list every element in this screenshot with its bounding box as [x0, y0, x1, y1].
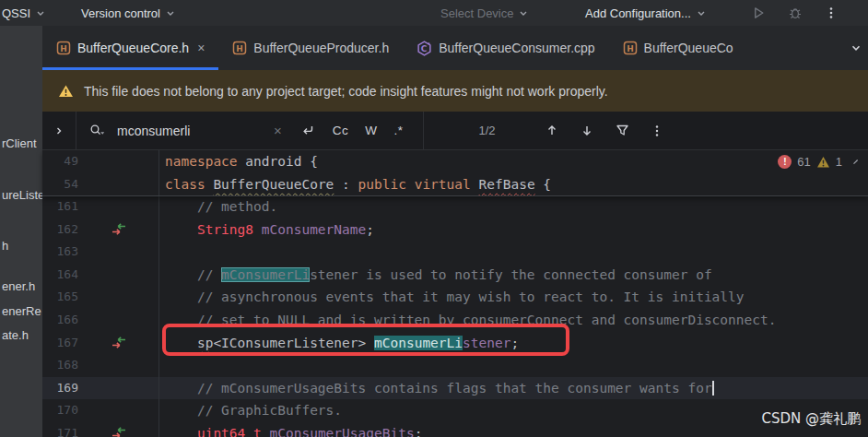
code-line-170[interactable]: 170 // GraphicBuffers. [42, 399, 868, 422]
device-selector[interactable]: Select Device [440, 6, 529, 20]
warning-count: 1 [836, 155, 842, 169]
bug-icon [788, 6, 803, 20]
project-target-warning-banner: This file does not belong to any project… [42, 70, 868, 112]
gutter [78, 173, 158, 196]
next-occurrence-button[interactable] [581, 124, 593, 137]
line-number: 170 [42, 399, 78, 422]
code-line-162[interactable]: 162 String8 mConsumerName; [42, 218, 868, 242]
gutter [78, 241, 158, 264]
code-line-54[interactable]: 54class BufferQueueCore : public virtual… [42, 173, 868, 196]
gutter [78, 332, 158, 355]
version-control-menu[interactable]: Version control [81, 6, 176, 20]
gutter [78, 264, 158, 287]
watermark: CSDN @龚礼鹏 [761, 410, 861, 428]
line-number: 167 [42, 332, 78, 355]
text-caret [712, 381, 714, 396]
header-file-icon: H [232, 41, 247, 55]
code-text: // mConsumerListener is used to notify t… [158, 264, 868, 287]
code-text: // asynchronous events that it may wish … [158, 286, 868, 309]
error-icon: ! [778, 155, 792, 169]
error-count: 61 [797, 155, 810, 169]
code-editor[interactable]: 161 // method.162 String8 mConsumerName;… [42, 195, 868, 437]
more-options-button[interactable] [825, 6, 838, 20]
sticky-lines-panel: 49namespace android {54class BufferQueue… [42, 150, 868, 196]
warning-small-icon [816, 156, 830, 169]
tab-label: BufferQueueProducer.h [253, 41, 389, 55]
project-selector[interactable]: QSSI [2, 6, 46, 20]
search-icon [89, 124, 106, 138]
code-text: // method. [158, 195, 868, 218]
banner-message: This file does not belong to any project… [84, 84, 608, 99]
chevron-down-icon [696, 7, 707, 18]
search-results-count: 1/2 [472, 124, 503, 137]
search-match: mConsumerLi [221, 267, 310, 282]
header-file-icon: H [623, 41, 638, 55]
code-line-168[interactable]: 168 [42, 354, 868, 377]
gutter [78, 150, 158, 173]
tab-label: BufferQueueCore.h [77, 41, 189, 55]
code-line-164[interactable]: 164 // mConsumerListener is used to noti… [42, 264, 868, 287]
tab-bufferqueueconsumer-cpp[interactable]: CBufferQueueConsumer.cpp [403, 26, 608, 70]
line-number: 165 [42, 286, 78, 309]
line-number: 171 [42, 422, 78, 437]
chevron-right-icon [53, 125, 65, 136]
match-case-toggle[interactable]: Cc [333, 124, 349, 137]
chevron-down-icon [165, 7, 176, 18]
run-configuration-selector[interactable]: Add Configuration... [585, 6, 707, 20]
chevron-down-icon [518, 7, 529, 18]
header-file-icon: H [56, 41, 71, 55]
line-number: 162 [42, 218, 78, 242]
editor-tab-bar: HBufferQueueCore.h×HBufferQueueProducer.… [42, 26, 868, 70]
more-vertical-icon [825, 6, 838, 20]
run-button[interactable] [752, 6, 766, 20]
project-tree-item[interactable]: ener.h [2, 279, 35, 293]
active-tab-underline [42, 67, 218, 70]
code-line-171[interactable]: 171 uint64_t mConsumerUsageBits; [42, 422, 868, 437]
code-line-161[interactable]: 161 // method. [42, 195, 868, 218]
svg-text:C: C [421, 43, 428, 53]
close-tab-icon[interactable]: × [197, 41, 205, 55]
code-line-169[interactable]: 169 // mConsumerUsageBits contains flags… [42, 377, 868, 400]
find-toolbar: mconsumerli × Cc W .* 1/2 [42, 112, 868, 150]
code-text: // mConsumerUsageBits contains flags tha… [158, 377, 868, 400]
annotation-box [162, 324, 569, 356]
code-line-163[interactable]: 163 [42, 241, 868, 264]
project-tree-item[interactable]: rClient [2, 136, 37, 150]
main-toolbar: QSSI Version control Select Device Add C… [0, 0, 868, 26]
play-icon [752, 6, 766, 20]
project-tree-item[interactable]: ate.h [2, 328, 29, 342]
regex-toggle[interactable]: .* [394, 124, 404, 137]
gutter [78, 218, 158, 242]
gutter [78, 399, 158, 422]
divider [423, 112, 424, 149]
line-number: 54 [42, 173, 78, 196]
cpp-file-icon: C [416, 41, 432, 56]
project-tree-panel: rClientureListehener.henerReate.h [0, 26, 42, 437]
new-line-icon[interactable] [300, 124, 315, 137]
whole-words-toggle[interactable]: W [365, 124, 377, 137]
inspections-chevron-icon [851, 158, 861, 167]
project-tree-item[interactable]: ureListe [2, 188, 42, 202]
inspections-widget[interactable]: ! 61 1 [778, 155, 861, 169]
code-text [158, 241, 868, 264]
tab-list-chevron-down-icon[interactable] [850, 41, 862, 54]
clear-search-icon[interactable]: × [274, 123, 282, 138]
gutter [78, 354, 158, 377]
project-tree-item[interactable]: enerRe [2, 304, 41, 318]
debug-button[interactable] [788, 6, 803, 20]
tab-bufferqueuecore-h[interactable]: HBufferQueueCore.h× [42, 26, 218, 70]
gutter [78, 286, 158, 309]
search-input[interactable]: mconsumerli [117, 124, 264, 138]
expand-search-button[interactable] [42, 112, 76, 149]
code-text: String8 mConsumerName; [158, 218, 868, 242]
code-text: class BufferQueueCore : public virtual R… [158, 173, 868, 196]
line-number: 168 [42, 354, 78, 377]
search-more-options-icon[interactable] [651, 124, 663, 138]
code-line-49[interactable]: 49namespace android { [42, 150, 868, 173]
previous-occurrence-button[interactable] [545, 124, 558, 137]
tab-bufferqueueco[interactable]: HBufferQueueCo [609, 26, 745, 70]
tab-bufferqueueproducer-h[interactable]: HBufferQueueProducer.h [218, 26, 403, 70]
project-tree-item[interactable]: h [2, 239, 8, 253]
filter-search-button[interactable] [616, 124, 629, 137]
code-line-165[interactable]: 165 // asynchronous events that it may w… [42, 286, 868, 309]
